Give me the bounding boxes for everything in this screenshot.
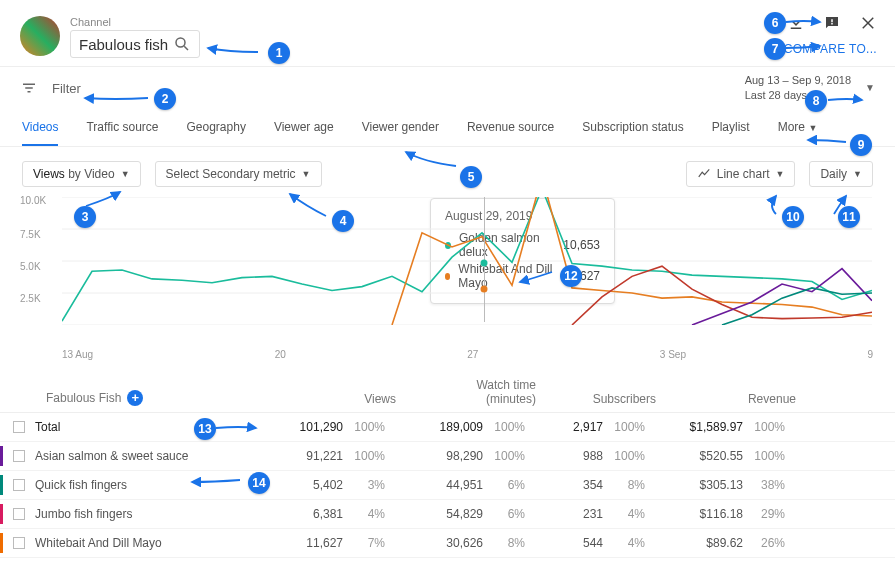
tab-subscription-status[interactable]: Subscription status <box>582 110 683 146</box>
annotation-callout: 11 <box>838 206 860 228</box>
col-subscribers[interactable]: Subscribers <box>536 392 656 406</box>
col-views[interactable]: Views <box>276 392 396 406</box>
table-title: Fabulous Fish <box>46 391 121 405</box>
annotation-callout: 3 <box>74 206 96 228</box>
table-row[interactable]: Quick fish fingers5,4023%44,9516%3548%$3… <box>0 471 895 500</box>
tab-geography[interactable]: Geography <box>187 110 246 146</box>
chart-canvas <box>62 197 872 325</box>
table-row[interactable]: Asian salmon & sweet sauce91,221100%98,2… <box>0 442 895 471</box>
feedback-icon[interactable] <box>823 14 841 32</box>
col-revenue[interactable]: Revenue <box>656 392 796 406</box>
tab-viewer-gender[interactable]: Viewer gender <box>362 110 439 146</box>
annotation-callout: 10 <box>782 206 804 228</box>
tab-playlist[interactable]: Playlist <box>712 110 750 146</box>
channel-name: Fabulous fish <box>79 36 173 53</box>
channel-search-input[interactable]: Fabulous fish <box>70 30 200 58</box>
annotation-callout: 1 <box>268 42 290 64</box>
close-icon[interactable] <box>859 14 877 32</box>
add-comparison-button[interactable]: + <box>127 390 143 406</box>
channel-avatar[interactable] <box>20 16 60 56</box>
granularity-dropdown[interactable]: Daily ▼ <box>809 161 873 187</box>
svg-point-0 <box>176 38 185 47</box>
date-range-text: Aug 13 – Sep 9, 2018 <box>745 73 851 88</box>
row-checkbox[interactable] <box>13 537 25 549</box>
row-checkbox[interactable] <box>13 508 25 520</box>
annotation-callout: 4 <box>332 210 354 232</box>
metrics-table: Fabulous Fish + Views Watch time(minutes… <box>0 372 895 558</box>
line-chart[interactable]: 10.0K 7.5K 5.0K 2.5K 13 Aug20273 Sep9 <box>22 197 873 342</box>
dimension-tabs: VideosTraffic sourceGeographyViewer ageV… <box>0 110 895 147</box>
annotation-callout: 7 <box>764 38 786 60</box>
tab-revenue-source[interactable]: Revenue source <box>467 110 554 146</box>
filter-icon[interactable] <box>20 79 38 97</box>
tab-traffic-source[interactable]: Traffic source <box>86 110 158 146</box>
chevron-down-icon: ▼ <box>853 169 862 179</box>
annotation-callout: 13 <box>194 418 216 440</box>
chart-point <box>481 285 488 292</box>
table-row[interactable]: Total101,290100%189,009100%2,917100%$1,5… <box>0 413 895 442</box>
annotation-callout: 12 <box>560 265 582 287</box>
tab-viewer-age[interactable]: Viewer age <box>274 110 334 146</box>
annotation-callout: 5 <box>460 166 482 188</box>
compare-button[interactable]: COMPARE TO... <box>784 42 877 56</box>
chevron-down-icon: ▼ <box>302 169 311 179</box>
annotation-callout: 9 <box>850 134 872 156</box>
annotation-callout: 6 <box>764 12 786 34</box>
table-row[interactable]: Jumbo fish fingers6,3814%54,8296%2314%$1… <box>0 500 895 529</box>
row-checkbox[interactable] <box>13 479 25 491</box>
chevron-down-icon: ▼ <box>775 169 784 179</box>
channel-label: Channel <box>70 16 875 28</box>
annotation-callout: 14 <box>248 472 270 494</box>
annotation-callout: 8 <box>805 90 827 112</box>
svg-line-1 <box>184 46 188 50</box>
primary-metric-dropdown[interactable]: Views by Video ▼ <box>22 161 141 187</box>
svg-rect-2 <box>831 19 833 22</box>
line-chart-icon <box>697 167 711 181</box>
search-icon <box>173 35 191 53</box>
date-range-preset: Last 28 days <box>745 88 851 103</box>
col-watchtime[interactable]: Watch time(minutes) <box>396 378 536 406</box>
chevron-down-icon: ▼ <box>121 169 130 179</box>
secondary-metric-dropdown[interactable]: Select Secondary metric ▼ <box>155 161 322 187</box>
download-icon[interactable] <box>787 14 805 32</box>
table-row[interactable]: Whitebait And Dill Mayo11,6277%30,6268%5… <box>0 529 895 558</box>
chart-type-dropdown[interactable]: Line chart ▼ <box>686 161 796 187</box>
row-checkbox[interactable] <box>13 421 25 433</box>
filter-label[interactable]: Filter <box>52 81 81 96</box>
tab-more[interactable]: More ▼ <box>778 110 818 146</box>
tab-videos[interactable]: Videos <box>22 110 58 146</box>
chart-point <box>481 259 488 266</box>
row-checkbox[interactable] <box>13 450 25 462</box>
chevron-down-icon: ▼ <box>865 81 875 95</box>
annotation-callout: 2 <box>154 88 176 110</box>
svg-rect-3 <box>831 23 833 25</box>
